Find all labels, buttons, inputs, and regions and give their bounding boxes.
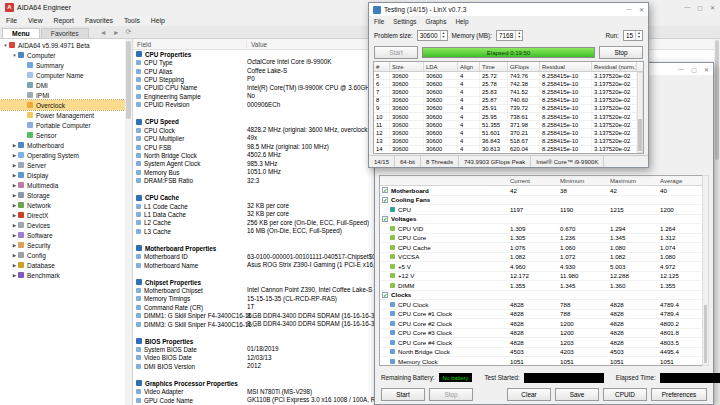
sensor-scrollbar[interactable] [702, 175, 709, 366]
sidebar-item-server[interactable]: ▶Server [0, 160, 125, 170]
sensor-row-cpu-core-3-clock[interactable]: CPU Core #3 Clock4828120048284801.8 [380, 329, 702, 339]
sensor-row-cpu-core-1-clock[interactable]: CPU Core #1 Clock482878848284789.4 [380, 310, 702, 320]
maximize-icon[interactable]: ▢ [697, 4, 703, 11]
linx-menu-item-graphs[interactable]: Graphs [425, 18, 446, 25]
sensor-row-cpu-core[interactable]: CPU Core1.3051.2361.3451.312 [380, 234, 702, 244]
sidebar-item-network[interactable]: ▶Network [0, 200, 125, 210]
sidebar-item-summary[interactable]: Summary [0, 60, 125, 70]
sensor-row-cpu-clock[interactable]: CPU Clock482878848284789.4 [380, 300, 702, 310]
expander-icon[interactable]: ▼ [2, 43, 9, 48]
sensor-row-clocks[interactable]: ✓Clocks [380, 291, 702, 301]
spinner-arrows-icon[interactable]: ▲▼ [635, 31, 642, 40]
linx-menu-item-help[interactable]: Help [455, 18, 468, 25]
close-icon[interactable]: ✕ [710, 4, 715, 11]
sensor-row-dimm[interactable]: DIMM1.3551.3451.3601.355 [380, 281, 702, 291]
forward-icon[interactable]: ► [113, 29, 120, 36]
problem-size-input[interactable]: 30600▲▼ [417, 30, 448, 41]
menu-item-favorites[interactable]: Favorites [85, 17, 113, 24]
results-header-size[interactable]: Size [390, 62, 424, 71]
menu-item-report[interactable]: Report [54, 17, 74, 24]
sidebar-item-devices[interactable]: ▶Devices [0, 220, 125, 230]
sidebar-item-operating-system[interactable]: ▶Operating System [0, 150, 125, 160]
back-icon[interactable]: ◄ [100, 29, 107, 36]
start-button[interactable]: Start [374, 46, 418, 59]
results-scrollbar[interactable] [637, 72, 643, 153]
refresh-icon[interactable]: ⟳ [126, 28, 132, 36]
menu-item-file[interactable]: File [6, 17, 17, 24]
clear-button[interactable]: Clear [507, 388, 551, 401]
tab-menu[interactable]: Menu [2, 28, 40, 38]
checkbox-icon[interactable]: ✓ [382, 292, 388, 298]
sidebar-item-storage[interactable]: ▶Storage [0, 190, 125, 200]
sidebar-item-security[interactable]: ▶Security [0, 240, 125, 250]
tab-favorites[interactable]: Favorites [41, 28, 89, 38]
sensor-row-cpu-vid[interactable]: CPU VID1.3090.6701.2941.264 [380, 224, 702, 234]
sidebar-item-directx[interactable]: ▶DirectX [0, 210, 125, 220]
sidebar-item-portable-computer[interactable]: Portable Computer [0, 120, 125, 130]
stop-button[interactable]: Stop [429, 388, 473, 401]
memory-input[interactable]: 7168▲▼ [496, 30, 523, 41]
sensor-row-motherboard[interactable]: ✓Motherboard42384240 [380, 186, 702, 196]
results-header-residual-norm[interactable]: Residual (norm.) [592, 62, 637, 71]
sensor-row-cpu[interactable]: CPU1197119012151200 [380, 205, 702, 215]
linx-menu-item-file[interactable]: File [374, 18, 384, 25]
checkbox-icon[interactable]: ✓ [382, 197, 388, 203]
sidebar-item-display[interactable]: ▶Display [0, 170, 125, 180]
results-header-time[interactable]: Time [480, 62, 508, 71]
sidebar-item-aida64-v5-99-4971-beta[interactable]: ▼AIDA64 v5.99.4971 Beta [0, 40, 125, 50]
checkbox-icon[interactable]: ✓ [382, 187, 388, 193]
spinner-arrows-icon[interactable]: ▲▼ [440, 31, 447, 40]
sidebar-scrollbar[interactable] [125, 39, 132, 405]
expander-icon[interactable]: ▶ [11, 173, 18, 178]
expander-icon[interactable]: ▶ [11, 203, 18, 208]
expander-icon[interactable]: ▶ [11, 273, 18, 278]
minimize-icon[interactable]: — [684, 4, 690, 11]
sidebar-item-computer-name[interactable]: Computer Name [0, 70, 125, 80]
value-column-header[interactable]: Value [247, 41, 267, 48]
stop-button[interactable]: Stop [599, 46, 643, 59]
sidebar-item-power-management[interactable]: Power Management [0, 110, 125, 120]
sensor-column-current[interactable]: Current [508, 178, 558, 184]
expander-icon[interactable]: ▶ [11, 153, 18, 158]
sensor-row-voltages[interactable]: ✓Voltages [380, 215, 702, 225]
sidebar-item-sensor[interactable]: Sensor [0, 130, 125, 140]
sensor-row-cpu-cache[interactable]: CPU Cache1.0761.0601.0801.074 [380, 243, 702, 253]
minimize-icon[interactable]: — [678, 66, 684, 73]
sensor-row-cpu-core-4-clock[interactable]: CPU Core #4 Clock4828120348284803.5 [380, 338, 702, 348]
save-button[interactable]: Save [555, 388, 599, 401]
linx-menu-item-settings[interactable]: Settings [393, 18, 416, 25]
expander-icon[interactable]: ▼ [11, 53, 18, 58]
maximize-icon[interactable]: ▢ [691, 66, 697, 73]
sidebar-item-overclock[interactable]: Overclock [0, 100, 125, 110]
checkbox-icon[interactable]: ✓ [382, 216, 388, 222]
sidebar-item-ipmi[interactable]: IPMI [0, 90, 125, 100]
sidebar-item-config[interactable]: ▶Config [0, 250, 125, 260]
minimize-icon[interactable]: — [626, 6, 632, 13]
run-count-input[interactable]: 15▲▼ [623, 30, 643, 41]
spinner-arrows-icon[interactable]: ▲▼ [515, 31, 522, 40]
menu-item-help[interactable]: Help [151, 17, 165, 24]
results-header-[interactable]: # [374, 62, 390, 71]
sidebar-item-computer[interactable]: ▼Computer [0, 50, 125, 60]
expander-icon[interactable]: ▶ [11, 263, 18, 268]
sidebar-item-dmi[interactable]: DMI [0, 80, 125, 90]
field-column-header[interactable]: Field [133, 41, 247, 48]
sidebar-item-multimedia[interactable]: ▶Multimedia [0, 180, 125, 190]
sensor-row-cooling-fans[interactable]: ✓Cooling Fans [380, 196, 702, 206]
expander-icon[interactable]: ▶ [11, 213, 18, 218]
main-scrollbar[interactable] [714, 39, 720, 405]
sensor-column-average[interactable]: Average [658, 178, 702, 184]
expander-icon[interactable]: ▶ [11, 183, 18, 188]
sensor-row-vccsa[interactable]: VCCSA1.0821.0721.0821.080 [380, 253, 702, 263]
sensor-row-5-v[interactable]: +5 V4.9604.9305.0034.972 [380, 262, 702, 272]
expander-icon[interactable]: ▶ [11, 143, 18, 148]
results-header-gflops[interactable]: GFlops [508, 62, 540, 71]
start-button[interactable]: Start [381, 388, 425, 401]
expander-icon[interactable]: ▶ [11, 243, 18, 248]
preferences-button[interactable]: Preferences [651, 388, 707, 401]
sensor-row-memory-clock[interactable]: Memory Clock1051105110511051 [380, 357, 702, 366]
sensor-row-12-v[interactable]: +12 V12.17211.98012.28812.125 [380, 272, 702, 282]
expander-icon[interactable]: ▶ [11, 163, 18, 168]
menu-item-view[interactable]: View [28, 17, 43, 24]
sidebar-item-benchmark[interactable]: ▶Benchmark [0, 270, 125, 280]
